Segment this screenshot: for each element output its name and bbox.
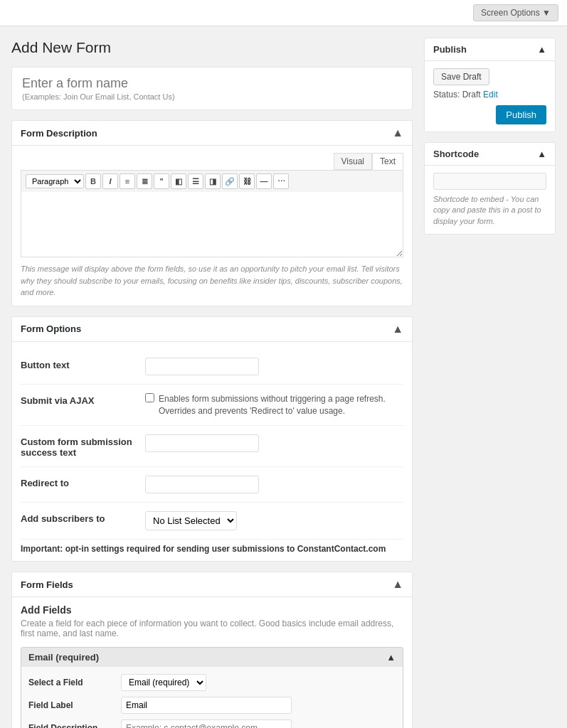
ul-button[interactable]: ≡	[120, 173, 135, 189]
ol-button[interactable]: ≣	[137, 173, 152, 189]
publish-header[interactable]: Publish ▲	[425, 38, 555, 61]
form-options-title: Form Options	[21, 323, 81, 334]
subscribers-label: Add subscribers to	[21, 511, 145, 524]
link-button[interactable]: 🔗	[222, 173, 238, 189]
form-description-body: Visual Text Paragraph B I ≡ ≣ " ◧ ☰ ◨ 🔗	[12, 146, 412, 306]
form-name-input[interactable]	[22, 76, 402, 91]
email-field-collapse-icon: ▲	[386, 652, 396, 663]
more-button[interactable]: ⋯	[273, 173, 289, 189]
form-description-box: Form Description ▲ Visual Text Paragraph…	[11, 120, 413, 306]
field-desc-row: Field Description	[28, 719, 396, 728]
add-fields-hint: Create a field for each piece of informa…	[21, 619, 403, 638]
redirect-label: Redirect to	[21, 476, 145, 488]
form-description-toggle-icon: ▲	[392, 127, 403, 139]
email-field-header[interactable]: Email (required) ▲	[21, 648, 403, 667]
field-label-value	[121, 697, 396, 714]
form-options-header[interactable]: Form Options ▲	[12, 317, 412, 342]
status-row: Status: Draft Edit	[433, 90, 546, 100]
page-title: Add New Form	[11, 38, 413, 57]
form-options-body: Button text Submit via AJAX Enables form…	[12, 342, 412, 562]
select-field-row: Select a Field Email (required)	[28, 674, 396, 691]
custom-success-label: Custom form submission success text	[21, 434, 145, 458]
ajax-label: Submit via AJAX	[21, 393, 145, 406]
form-fields-toggle-icon: ▲	[392, 578, 403, 591]
publish-toggle-icon: ▲	[537, 44, 546, 55]
email-field-title: Email (required)	[28, 652, 99, 663]
shortcode-hint: Shortcode to embed - You can copy and pa…	[433, 194, 546, 227]
field-desc-value	[121, 719, 396, 728]
tab-text[interactable]: Text	[372, 153, 403, 170]
redirect-row: Redirect to	[21, 467, 403, 503]
align-right-button[interactable]: ◨	[205, 173, 221, 189]
add-fields-title: Add Fields	[21, 604, 403, 616]
shortcode-input[interactable]	[433, 173, 546, 190]
form-fields-header[interactable]: Form Fields ▲	[12, 572, 412, 597]
align-center-button[interactable]: ☰	[188, 173, 203, 189]
publish-body: Save Draft Status: Draft Edit Publish	[425, 61, 555, 132]
ajax-value: Enables form submissions without trigger…	[145, 393, 403, 417]
form-name-hint: (Examples: Join Our Email List, Contact …	[22, 92, 402, 101]
shortcode-header[interactable]: Shortcode ▲	[425, 143, 555, 166]
editor-textarea[interactable]	[21, 192, 403, 257]
shortcode-title: Shortcode	[433, 149, 479, 159]
blockquote-button[interactable]: "	[154, 173, 169, 189]
ajax-checkbox[interactable]	[145, 393, 154, 402]
align-left-button[interactable]: ◧	[171, 173, 186, 189]
publish-box: Publish ▲ Save Draft Status: Draft Edit …	[424, 38, 556, 132]
form-fields-box: Form Fields ▲ Add Fields Create a field …	[11, 572, 413, 728]
form-fields-body: Add Fields Create a field for each piece…	[12, 597, 412, 728]
paragraph-select[interactable]: Paragraph	[26, 174, 84, 188]
italic-button[interactable]: I	[102, 173, 118, 189]
unlink-button[interactable]: ⛓	[239, 173, 255, 189]
form-description-title: Form Description	[21, 128, 97, 139]
publish-title: Publish	[433, 44, 467, 55]
custom-success-input[interactable]	[145, 434, 259, 452]
status-label: Status:	[433, 90, 460, 100]
publish-button[interactable]: Publish	[496, 105, 546, 124]
main-column: Add New Form (Examples: Join Our Email L…	[11, 38, 413, 728]
sidebar-column: Publish ▲ Save Draft Status: Draft Edit …	[424, 38, 556, 728]
save-draft-button[interactable]: Save Draft	[433, 68, 489, 85]
form-fields-title: Form Fields	[21, 579, 73, 590]
status-value: Draft	[462, 90, 481, 100]
editor-hint: This message will display above the form…	[21, 263, 403, 299]
important-note: Important: opt-in settings required for …	[21, 544, 403, 554]
button-text-value	[145, 358, 403, 375]
shortcode-box: Shortcode ▲ Shortcode to embed - You can…	[424, 142, 556, 235]
subscribers-value: No List Selected	[145, 511, 403, 530]
email-field-body: Select a Field Email (required) Field La…	[21, 667, 403, 728]
bold-button[interactable]: B	[85, 173, 101, 189]
field-label-input[interactable]	[121, 697, 292, 714]
redirect-value	[145, 476, 403, 493]
hr-button[interactable]: —	[256, 173, 272, 189]
shortcode-body: Shortcode to embed - You can copy and pa…	[425, 166, 555, 234]
custom-success-value	[145, 434, 403, 452]
subscribers-row: Add subscribers to No List Selected	[21, 503, 403, 540]
ajax-description: Enables form submissions without trigger…	[159, 393, 403, 417]
editor-tabs: Visual Text	[21, 153, 403, 170]
form-name-box: (Examples: Join Our Email List, Contact …	[11, 67, 413, 110]
email-field-box: Email (required) ▲ Select a Field Email …	[21, 647, 403, 728]
custom-success-row: Custom form submission success text	[21, 426, 403, 467]
redirect-input[interactable]	[145, 476, 259, 493]
tab-visual[interactable]: Visual	[334, 153, 372, 170]
button-text-label: Button text	[21, 358, 145, 370]
shortcode-toggle-icon: ▲	[537, 149, 546, 159]
field-desc-label: Field Description	[28, 723, 121, 728]
field-label-label: Field Label	[28, 700, 121, 710]
form-options-box: Form Options ▲ Button text Submit via AJ…	[11, 316, 413, 562]
select-field-value: Email (required)	[121, 674, 396, 691]
form-description-header[interactable]: Form Description ▲	[12, 121, 412, 146]
editor-toolbar: Paragraph B I ≡ ≣ " ◧ ☰ ◨ 🔗 ⛓ — ⋯	[21, 170, 403, 192]
admin-bar: Screen Options ▼	[0, 0, 567, 26]
screen-options-button[interactable]: Screen Options ▼	[473, 4, 558, 21]
button-text-row: Button text	[21, 349, 403, 385]
edit-link[interactable]: Edit	[483, 90, 498, 100]
form-options-toggle-icon: ▲	[392, 323, 403, 336]
field-desc-input[interactable]	[121, 719, 292, 728]
select-field-select[interactable]: Email (required)	[121, 674, 206, 691]
field-label-row: Field Label	[28, 697, 396, 714]
button-text-input[interactable]	[145, 358, 259, 375]
select-field-label: Select a Field	[28, 678, 121, 687]
subscribers-select[interactable]: No List Selected	[145, 511, 237, 530]
